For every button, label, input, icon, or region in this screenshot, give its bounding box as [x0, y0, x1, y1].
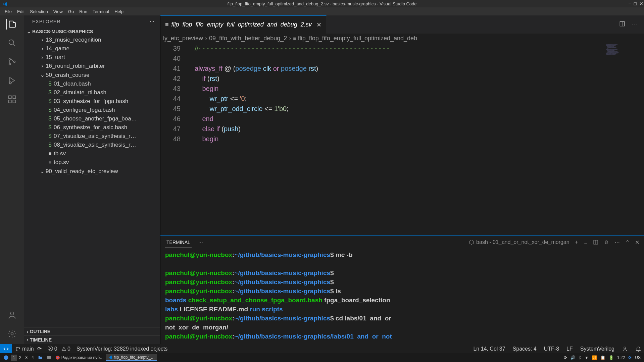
breadcrumbs[interactable]: ly_etc_preview› 09_fifo_with_better_debu… — [160, 34, 644, 43]
workspace-header[interactable]: ⌄ BASICS-MUSIC-GRAPHICS — [24, 28, 160, 36]
tab-close-icon[interactable]: ✕ — [316, 21, 321, 29]
menu-file[interactable]: File — [2, 8, 14, 15]
split-editor-icon[interactable] — [619, 21, 625, 28]
file-item[interactable]: $07_visualize_asic_synthesis_r… — [24, 132, 160, 141]
timeline-header[interactable]: › TIMELINE — [24, 335, 160, 344]
encoding[interactable]: UTF-8 — [544, 346, 559, 352]
workspace-2[interactable]: 2 — [17, 355, 23, 361]
file-item[interactable]: $05_choose_another_fpga_boa… — [24, 114, 160, 123]
panel-more-actions-icon[interactable]: ⋯ — [614, 239, 620, 246]
close-icon[interactable]: ✕ — [639, 1, 643, 6]
minimap[interactable]: ████████████████████████ █████ ██████ ██… — [605, 43, 644, 235]
folder-item[interactable]: ›16_round_robin_arbiter — [24, 62, 160, 70]
editor-tab-active[interactable]: ≡ flip_flop_fifo_empty_full_optimized_an… — [160, 15, 327, 34]
warning-icon: ⚠ — [61, 346, 66, 352]
tray-wifi-icon[interactable]: 📶 — [592, 355, 597, 360]
tree-item-label: 01_clean.bash — [54, 81, 91, 87]
bash-file-icon: $ — [46, 116, 54, 122]
workspace-4[interactable]: 4 — [30, 355, 36, 361]
split-terminal-icon[interactable] — [593, 240, 598, 245]
eol[interactable]: LF — [566, 346, 573, 352]
chevron-right-icon: › — [39, 63, 46, 69]
terminal-tab[interactable]: TERMINAL — [165, 237, 192, 248]
maximize-panel-icon[interactable]: ⌃ — [625, 239, 630, 246]
menu-terminal[interactable]: Terminal — [90, 8, 112, 15]
tree-item-label: 90_valid_ready_etc_preview — [46, 168, 118, 175]
folder-item[interactable]: ⌄50_crash_course — [24, 70, 160, 80]
folder-item[interactable]: ⌄90_valid_ready_etc_preview — [24, 167, 160, 176]
file-item[interactable]: $03_synthesize_for_fpga.bash — [24, 97, 160, 106]
vscode-task[interactable]: flip_flop_fifo_empty_… — [106, 354, 157, 361]
folder-item[interactable]: ›15_uart — [24, 53, 160, 62]
menu-view[interactable]: View — [51, 8, 65, 15]
problems[interactable]: ⓧ0 ⚠0 — [48, 345, 70, 352]
tray-network-icon[interactable]: ▼ — [585, 355, 589, 360]
language-mode[interactable]: SystemVerilog — [580, 346, 614, 352]
menu-selection[interactable]: Selection — [27, 8, 50, 15]
tray-clipboard-icon[interactable]: 📋 — [600, 355, 605, 360]
remote-indicator[interactable] — [0, 344, 12, 354]
tray-bluetooth-icon[interactable]: ᛒ — [579, 355, 581, 360]
source-control-icon[interactable] — [7, 56, 17, 67]
files-icon[interactable] — [36, 355, 45, 361]
file-item[interactable]: $06_synthesize_for_asic.bash — [24, 123, 160, 132]
extensions-icon[interactable] — [7, 94, 17, 105]
panel-more-icon[interactable]: ⋯ — [198, 240, 203, 245]
folder-item[interactable]: ›13_music_recognition — [24, 36, 160, 44]
workspace-1[interactable]: 1 — [11, 355, 17, 361]
file-item[interactable]: $01_clean.bash — [24, 80, 160, 88]
cursor-position[interactable]: Ln 14, Col 37 — [473, 346, 505, 352]
bash-file-icon: $ — [46, 142, 54, 148]
file-item[interactable]: ≡top.sv — [24, 158, 160, 167]
show-desktop-icon[interactable] — [45, 355, 53, 361]
terminal-dropdown-icon[interactable]: ⌄ — [583, 239, 588, 246]
folder-item[interactable]: ›14_game — [24, 44, 160, 53]
terminal-task-label[interactable]: bash - 01_and_or_not_xor_de_morgan — [469, 239, 569, 245]
language-server-status[interactable]: SystemVerilog: 32829 indexed objects — [77, 346, 167, 352]
close-panel-icon[interactable]: ✕ — [635, 239, 639, 246]
code-content[interactable]: //- - - - - - - - - - - - - - - - - - - … — [187, 43, 605, 235]
chrome-task[interactable]: Редактирование пуб… — [53, 355, 106, 361]
tray-volume-icon[interactable]: 🔊 — [571, 355, 576, 360]
menu-help[interactable]: Help — [112, 8, 126, 15]
indentation[interactable]: Spaces: 4 — [513, 346, 537, 352]
tray-time[interactable]: 1:22 — [617, 355, 625, 360]
menu-go[interactable]: Go — [65, 8, 77, 15]
run-debug-icon[interactable] — [7, 75, 17, 86]
maximize-icon[interactable]: □ — [634, 1, 637, 6]
start-menu-icon[interactable] — [1, 354, 11, 361]
tray-update-icon[interactable]: ⟳ — [564, 355, 567, 360]
new-terminal-icon[interactable]: + — [575, 239, 578, 245]
file-item[interactable]: $02_simulate_rtl.bash — [24, 88, 160, 97]
tray-keyboard-layout[interactable]: US — [635, 355, 641, 360]
code-editor[interactable]: 39404142434445464748 //- - - - - - - - -… — [160, 43, 644, 235]
menu-run[interactable]: Run — [77, 8, 90, 15]
settings-gear-icon[interactable] — [7, 328, 17, 339]
sync-icon[interactable]: ⟳ — [37, 346, 42, 352]
file-item[interactable]: $08_visualize_asic_synthesis_r… — [24, 141, 160, 149]
git-branch[interactable]: main⟳ — [15, 346, 42, 352]
explorer-icon[interactable] — [6, 19, 17, 30]
svg-point-0 — [9, 40, 14, 45]
window-title: flip_flop_fifo_empty_full_optimized_and_… — [227, 1, 416, 6]
workspace-3[interactable]: 3 — [23, 355, 30, 361]
file-item[interactable]: ≡tb.sv — [24, 149, 160, 158]
file-item[interactable]: $04_configure_fpga.bash — [24, 106, 160, 114]
account-icon[interactable] — [7, 310, 17, 320]
tray-battery-icon[interactable]: 🔋 — [609, 355, 614, 360]
search-icon[interactable] — [7, 38, 17, 48]
minimize-icon[interactable]: − — [628, 1, 631, 6]
tree-item-label: 15_uart — [46, 54, 65, 61]
panel-tab-bar: TERMINAL ⋯ bash - 01_and_or_not_xor_de_m… — [160, 236, 644, 249]
editor-more-icon[interactable]: ⋯ — [632, 21, 638, 28]
kill-terminal-icon[interactable] — [604, 240, 609, 245]
menu-edit[interactable]: Edit — [14, 8, 27, 15]
feedback-icon[interactable] — [622, 346, 628, 352]
notifications-icon[interactable] — [635, 346, 641, 352]
os-taskbar: 1 2 3 4 Редактирование пуб… flip_flop_fi… — [0, 353, 644, 362]
terminal-content[interactable]: panchul@yuri-nucbox:~/github/basics-musi… — [160, 249, 644, 344]
chevron-right-icon: › — [27, 337, 29, 343]
outline-header[interactable]: › OUTLINE — [24, 327, 160, 335]
tray-sync-icon[interactable]: ⟳ — [628, 355, 632, 360]
sidebar-more-icon[interactable]: ⋯ — [150, 19, 155, 24]
